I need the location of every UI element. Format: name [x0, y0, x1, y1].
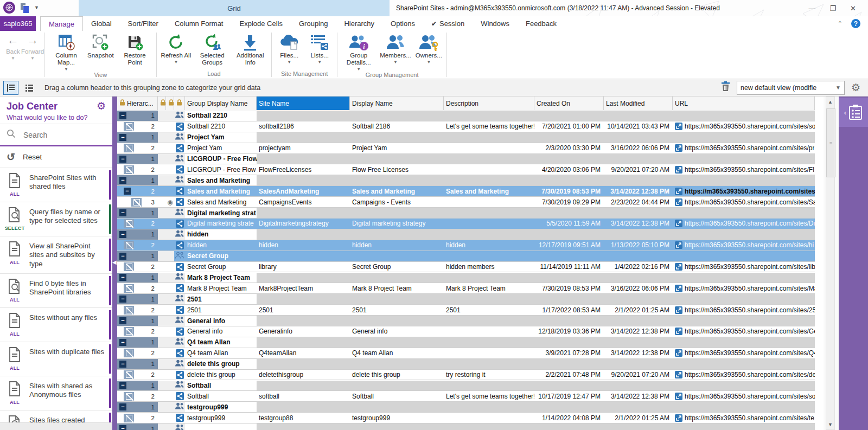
- external-link-icon[interactable]: [675, 371, 682, 378]
- column-header-group-display-name[interactable]: Group Display Name: [185, 97, 257, 110]
- column-header-description[interactable]: Description: [444, 97, 534, 110]
- help-icon[interactable]: ?: [851, 19, 860, 28]
- collapse-toggle[interactable]: −: [119, 156, 126, 163]
- external-link-icon[interactable]: [675, 349, 682, 357]
- group-row[interactable]: −12501: [117, 294, 824, 305]
- group-row[interactable]: −1General info: [117, 316, 824, 326]
- collapse-toggle[interactable]: −: [119, 209, 126, 216]
- back-button[interactable]: ←Back▼: [3, 31, 23, 61]
- site-url-link[interactable]: https://m365x393550.sharepoint.com/sites…: [685, 328, 815, 335]
- tab-sort-filter[interactable]: Sort/Filter: [120, 16, 167, 31]
- row-checkbox[interactable]: [124, 306, 134, 315]
- table-row[interactable]: 3◉Sales and MarketingCampaignsEventsCamp…: [117, 197, 824, 208]
- row-checkbox[interactable]: [124, 165, 134, 174]
- reset-button[interactable]: ↻ Reset: [0, 146, 112, 168]
- group-row[interactable]: −1Q4 team Allan: [117, 337, 824, 348]
- list-view-toggle[interactable]: [22, 81, 37, 95]
- collapse-toggle[interactable]: −: [119, 134, 126, 141]
- scroll-up-arrow-icon[interactable]: ▲: [826, 98, 835, 106]
- search-input[interactable]: [22, 130, 100, 140]
- column-header-created-on[interactable]: Created On: [534, 97, 604, 110]
- tab-column-format[interactable]: Column Format: [167, 16, 232, 31]
- collapse-toggle[interactable]: −: [119, 425, 126, 430]
- restore-button[interactable]: ❐: [829, 4, 836, 12]
- group-row[interactable]: −1Softball 2210: [117, 111, 824, 121]
- site-url-link[interactable]: https://m365x393550.sharepoint.com/sites…: [685, 166, 814, 174]
- external-link-icon[interactable]: [675, 393, 682, 400]
- tab-manage[interactable]: Manage: [40, 16, 83, 31]
- site-url-link[interactable]: https://m365x393550.sharepoint.com/sites…: [685, 371, 815, 378]
- table-row[interactable]: 2SoftballsoftballSoftballLet's get some …: [117, 391, 824, 402]
- copy-window-icon[interactable]: [21, 3, 29, 12]
- sidebar-item-sharepoint-sites-with-shared-f[interactable]: ALLSharePoint Sites with shared files: [0, 168, 112, 202]
- group-row[interactable]: −1Sales and Marketing: [117, 175, 824, 186]
- members-button[interactable]: Members...▼: [378, 31, 413, 65]
- table-row[interactable]: 2Project YamprojectyamProject Yam2/3/202…: [117, 143, 824, 154]
- site-url-link[interactable]: https://m365x393550.sharepoint.com/sites…: [685, 393, 815, 400]
- collapse-toggle[interactable]: −: [119, 231, 126, 238]
- sidebar-item-query-files-by-name-or-type-fo[interactable]: SELECTQuery files by name or type for se…: [0, 202, 112, 236]
- tab-hierarchy[interactable]: Hierarchy: [336, 16, 382, 31]
- external-link-icon[interactable]: [675, 123, 682, 130]
- table-row[interactable]: 2LICGROUP - Free FlowFlowFreeLicensesFlo…: [117, 165, 824, 176]
- external-link-icon[interactable]: [675, 144, 682, 152]
- collapse-toggle[interactable]: −: [119, 296, 126, 303]
- column-header-hierarc[interactable]: Hierarc...: [117, 97, 158, 110]
- additional-info-button[interactable]: Additional Info: [231, 31, 269, 67]
- delete-view-icon[interactable]: [721, 81, 730, 94]
- external-link-icon[interactable]: [675, 198, 682, 206]
- tab-explode-cells[interactable]: Explode Cells: [231, 16, 291, 31]
- group-row[interactable]: −1Softball: [117, 381, 824, 392]
- row-checkbox[interactable]: [124, 262, 134, 271]
- collapse-ribbon-icon[interactable]: ⌃: [838, 20, 843, 27]
- sidebar-item-find-0-byte-files-in-sharepoin[interactable]: ALLFind 0 byte files in SharePoint libra…: [0, 274, 112, 308]
- row-checkbox[interactable]: [124, 349, 134, 357]
- column-header-last-modified[interactable]: Last Modified: [604, 97, 673, 110]
- external-link-icon[interactable]: [675, 414, 682, 422]
- tab-grouping[interactable]: Grouping: [291, 16, 336, 31]
- row-checkbox[interactable]: [131, 198, 142, 207]
- collapse-toggle[interactable]: −: [119, 274, 126, 281]
- column-header-lock-1[interactable]: [158, 97, 166, 110]
- tab-windows[interactable]: Windows: [473, 16, 518, 31]
- external-link-icon[interactable]: [675, 188, 682, 195]
- row-checkbox[interactable]: [124, 414, 134, 422]
- job-center-gear-icon[interactable]: ⚙: [97, 101, 106, 111]
- row-checkbox[interactable]: [124, 241, 134, 249]
- table-row[interactable]: 225012501250125011/17/2022 08:53 AM2/1/2…: [117, 305, 824, 316]
- site-url-link[interactable]: https://m365x393550.sharepoint.com/sites…: [685, 220, 815, 227]
- group-row[interactable]: −1delete this group: [117, 359, 824, 370]
- external-link-icon[interactable]: [675, 306, 682, 314]
- tab-sapio365[interactable]: sapio365: [0, 16, 36, 31]
- grid-settings-gear-icon[interactable]: ⚙: [851, 82, 860, 93]
- collapse-toggle[interactable]: −: [119, 317, 126, 324]
- external-link-icon[interactable]: [675, 328, 682, 335]
- external-link-icon[interactable]: [675, 285, 682, 292]
- forward-button[interactable]: →Forward▼: [23, 31, 42, 61]
- column-header-lock-2[interactable]: [166, 97, 174, 110]
- sidebar-item-sites-with-duplicate-files[interactable]: ALLSites with duplicate files: [0, 342, 112, 376]
- site-url-link[interactable]: https://m365x393550.sharepoint.com/sites…: [685, 263, 815, 271]
- external-link-icon[interactable]: [675, 220, 682, 227]
- sidebar-item-sites-with-shared-as-anonymous[interactable]: ALLSites with shared as Anonymous files: [0, 376, 112, 410]
- owners-button[interactable]: Owners...▼: [413, 31, 444, 65]
- group-row[interactable]: −1testgroup999: [117, 402, 824, 413]
- collapse-toggle[interactable]: −: [119, 403, 126, 410]
- group-row[interactable]: −1Project Yam: [117, 132, 824, 143]
- collapse-toggle[interactable]: −: [119, 112, 126, 119]
- group-row[interactable]: −1hidden: [117, 229, 824, 240]
- tab-options[interactable]: Options: [382, 16, 423, 31]
- tab-session[interactable]: ✔Session: [423, 16, 473, 31]
- selected-groups-button[interactable]: Selected Groups: [193, 31, 231, 67]
- site-url-link[interactable]: https://m365x393550.sharepoint.com/sites…: [685, 123, 815, 130]
- table-row[interactable]: 2General infoGeneralinfoGeneral info12/1…: [117, 326, 824, 337]
- snapshot-button[interactable]: Snapshot: [85, 31, 116, 60]
- lists-button[interactable]: Lists...▼: [304, 31, 335, 65]
- tab-feedback[interactable]: Feedback: [518, 16, 565, 31]
- external-link-icon[interactable]: [675, 241, 682, 249]
- table-row[interactable]: 2Digital marketing strateDigitalmarketin…: [117, 219, 824, 229]
- scroll-down-arrow-icon[interactable]: ▼: [826, 420, 835, 429]
- collapse-toggle[interactable]: −: [119, 253, 126, 260]
- site-url-link[interactable]: https://m365x393550.sharepoint.com/sites…: [685, 144, 814, 152]
- table-row[interactable]: 2testgroup999testgroup88testgroup9991/14…: [117, 413, 824, 423]
